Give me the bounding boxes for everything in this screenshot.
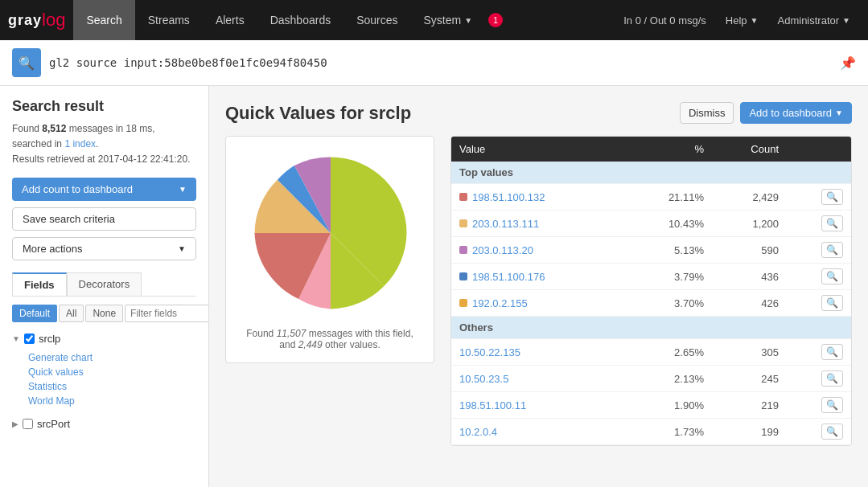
count-cell: 590 xyxy=(712,237,787,264)
magnify-button[interactable]: 🔍 xyxy=(821,397,843,413)
value-link[interactable]: 203.0.113.20 xyxy=(472,244,533,256)
nav-alerts[interactable]: Alerts xyxy=(203,0,257,40)
col-pct: % xyxy=(624,137,712,162)
magnify-button[interactable]: 🔍 xyxy=(821,295,843,311)
search-button[interactable]: 🔍 xyxy=(12,48,41,77)
color-dot xyxy=(459,219,467,227)
quick-values-title: Quick Values for srclp xyxy=(225,103,411,124)
other-value-link[interactable]: 10.2.0.4 xyxy=(459,426,497,438)
table-row: 10.50.22.135 2.65% 305 🔍 xyxy=(451,339,851,366)
value-link[interactable]: 198.51.100.132 xyxy=(472,191,545,203)
statistics-link[interactable]: Statistics xyxy=(28,379,196,394)
pct-cell: 3.79% xyxy=(624,264,712,290)
count-cell: 426 xyxy=(712,290,787,317)
help-menu[interactable]: Help ▼ xyxy=(716,0,768,40)
srcport-checkbox[interactable] xyxy=(23,419,33,429)
pin-icon[interactable]: 📌 xyxy=(840,55,856,71)
magnify-button[interactable]: 🔍 xyxy=(821,424,843,440)
pct-cell: 5.13% xyxy=(624,237,712,264)
magnify-button[interactable]: 🔍 xyxy=(821,344,843,360)
srcport-label: srcPort xyxy=(37,418,70,430)
nav-system[interactable]: System ▼ xyxy=(411,0,486,40)
magnify-button[interactable]: 🔍 xyxy=(821,215,843,231)
magnify-button[interactable]: 🔍 xyxy=(821,370,843,387)
filter-default[interactable]: Default xyxy=(12,305,57,322)
nav-dashboards[interactable]: Dashboards xyxy=(257,0,344,40)
field-header-srclp[interactable]: ▼ srclp xyxy=(12,330,196,347)
filter-fields-input[interactable] xyxy=(125,305,209,322)
admin-arrow-icon: ▼ xyxy=(842,16,850,25)
pct-cell: 1.90% xyxy=(624,392,712,419)
value-link[interactable]: 203.0.113.111 xyxy=(472,218,539,230)
table-row: 198.51.100.132 21.11% 2,429 🔍 xyxy=(451,184,851,211)
table-row: 192.0.2.155 3.70% 426 🔍 xyxy=(451,290,851,317)
tab-fields[interactable]: Fields xyxy=(12,272,67,296)
admin-menu[interactable]: Administrator ▼ xyxy=(768,0,860,40)
color-dot xyxy=(459,299,467,307)
value-link[interactable]: 192.0.2.155 xyxy=(472,297,528,309)
count-cell: 2,429 xyxy=(712,184,787,211)
srcport-expand-icon[interactable]: ▶ xyxy=(12,419,19,428)
nav-search[interactable]: Search xyxy=(73,0,134,40)
more-actions-button[interactable]: More actions ▼ xyxy=(12,237,196,260)
search-icon: 🔍 xyxy=(19,55,35,71)
more-actions-arrow-icon: ▼ xyxy=(178,244,186,253)
srclp-expand-icon: ▼ xyxy=(12,334,20,343)
quick-values-header: Quick Values for srclp Dismiss Add to da… xyxy=(225,102,852,124)
logo-gray: gray xyxy=(8,12,42,29)
color-dot xyxy=(459,193,467,201)
nav-streams[interactable]: Streams xyxy=(135,0,203,40)
count-cell: 1,200 xyxy=(712,211,787,237)
filter-all[interactable]: All xyxy=(59,305,84,322)
table-row: 203.0.113.20 5.13% 590 🔍 xyxy=(451,237,851,264)
other-value-link[interactable]: 10.50.22.135 xyxy=(459,346,520,358)
generate-chart-link[interactable]: Generate chart xyxy=(28,350,196,365)
pct-cell: 21.11% xyxy=(624,184,712,211)
message-count: 8,512 xyxy=(42,123,66,134)
dropdown-arrow-icon: ▼ xyxy=(179,185,187,194)
nav-sources[interactable]: Sources xyxy=(343,0,410,40)
search-input[interactable] xyxy=(49,56,832,69)
save-search-button[interactable]: Save search criteria xyxy=(12,207,196,231)
table-row: 10.50.23.5 2.13% 245 🔍 xyxy=(451,366,851,392)
main-layout: Search result Found 8,512 messages in 18… xyxy=(0,86,868,487)
index-link[interactable]: 1 index xyxy=(64,138,96,149)
other-value-link[interactable]: 10.50.23.5 xyxy=(459,373,508,385)
pie-other-count: 2,449 xyxy=(298,339,323,350)
magnify-button[interactable]: 🔍 xyxy=(821,268,843,284)
add-to-dashboard-button[interactable]: Add to dashboard ▼ xyxy=(740,102,852,124)
value-link[interactable]: 198.51.100.176 xyxy=(472,271,545,283)
quick-values-body: Found 11,507 messages with this field, a… xyxy=(225,136,852,446)
dismiss-button[interactable]: Dismiss xyxy=(680,102,734,124)
srclp-label: srclp xyxy=(39,333,60,345)
srclp-checkbox[interactable] xyxy=(24,334,35,344)
other-value-link[interactable]: 198.51.100.11 xyxy=(459,399,526,411)
pct-cell: 2.65% xyxy=(624,339,712,366)
pie-segment-1 xyxy=(331,158,407,234)
filter-none[interactable]: None xyxy=(85,305,123,322)
tab-decorators[interactable]: Decorators xyxy=(67,272,142,296)
magnify-button[interactable]: 🔍 xyxy=(821,189,843,205)
quick-values-link[interactable]: Quick values xyxy=(28,365,196,379)
count-cell: 245 xyxy=(712,366,787,392)
pie-msg-count: 11,507 xyxy=(277,328,306,339)
pie-chart xyxy=(238,149,423,317)
alert-badge: 1 xyxy=(488,13,503,27)
magnify-button[interactable]: 🔍 xyxy=(821,242,843,258)
count-cell: 199 xyxy=(712,419,787,445)
color-dot xyxy=(459,246,467,254)
content-area: Quick Values for srclp Dismiss Add to da… xyxy=(209,86,868,487)
navbar: graylog Search Streams Alerts Dashboards… xyxy=(0,0,868,40)
logo-log: log xyxy=(42,10,65,31)
help-arrow-icon: ▼ xyxy=(751,16,759,25)
count-cell: 305 xyxy=(712,339,787,366)
filter-group: Default All None xyxy=(12,305,196,322)
table-row: 198.51.100.176 3.79% 436 🔍 xyxy=(451,264,851,290)
col-count: Count xyxy=(712,137,787,162)
color-dot xyxy=(459,272,467,280)
col-actions xyxy=(787,137,851,162)
sidebar-title: Search result xyxy=(12,98,196,115)
table-row: 198.51.100.11 1.90% 219 🔍 xyxy=(451,392,851,419)
add-count-button[interactable]: Add count to dashboard ▼ xyxy=(12,178,196,201)
world-map-link[interactable]: World Map xyxy=(28,394,196,408)
